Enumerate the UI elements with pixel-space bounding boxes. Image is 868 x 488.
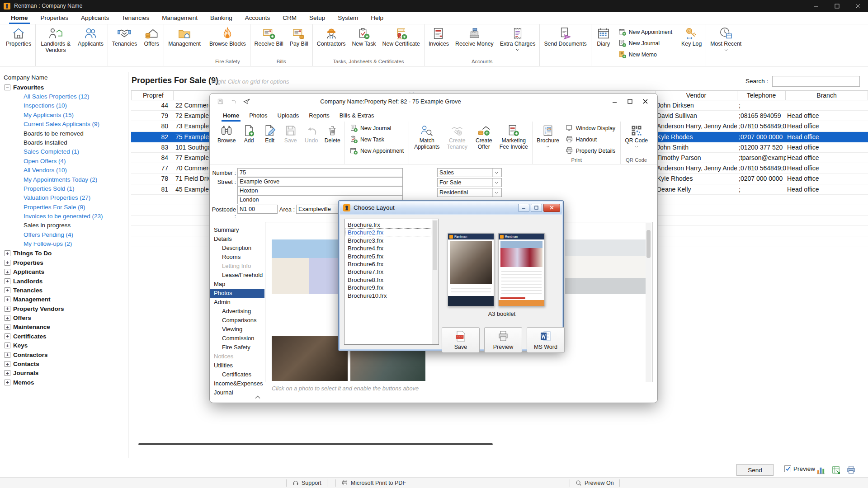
pd-nav-item[interactable]: Summary	[210, 225, 264, 235]
pd-tab-photos[interactable]: Photos	[244, 109, 272, 122]
diary-button[interactable]: Diary	[592, 24, 615, 60]
pd-new-journal-button[interactable]: New Journal	[346, 122, 407, 134]
scrollbar-thumb[interactable]	[646, 230, 651, 258]
number-field[interactable]: 75	[237, 168, 403, 177]
tab-crm[interactable]: CRM	[276, 12, 303, 24]
postcode-field[interactable]: N1 00	[237, 205, 278, 214]
handout-button[interactable]: Handout	[562, 134, 619, 145]
sidebar-node[interactable]: Certificates	[0, 332, 128, 341]
layout-file-item[interactable]: Brochure7.frx	[345, 267, 431, 275]
pd-new-task-button[interactable]: New Task	[346, 134, 407, 145]
minimize-icon[interactable]	[806, 0, 826, 12]
pd-nav-item[interactable]: Photos	[210, 289, 264, 298]
expand-icon[interactable]	[5, 380, 10, 385]
photo-kitchen[interactable]	[565, 239, 646, 294]
sidebar-item[interactable]: Offers Pending (4)	[0, 230, 128, 239]
residential-dropdown[interactable]: Residential	[437, 188, 502, 197]
expand-icon[interactable]	[5, 352, 10, 358]
create-tenancy-button[interactable]: Create Tenancy	[443, 122, 471, 157]
sidebar-node[interactable]: Journals	[0, 369, 128, 378]
layout-file-item[interactable]: Brochure4.frx	[345, 244, 431, 252]
pd-nav-item[interactable]: Notices	[210, 352, 264, 361]
dialog-maximize-icon[interactable]	[622, 94, 637, 109]
sidebar-node[interactable]: Contacts	[0, 359, 128, 368]
layout-file-item[interactable]: Brochure3.frx	[345, 236, 431, 244]
cd-minimize-icon[interactable]	[518, 204, 529, 212]
pay-bill-button[interactable]: Pay Bill	[287, 24, 311, 58]
expand-icon[interactable]	[5, 343, 10, 348]
tab-accounts[interactable]: Accounts	[239, 12, 277, 24]
undo-button[interactable]: Undo	[301, 122, 322, 157]
sidebar-item[interactable]: Open Offers (4)	[0, 157, 128, 166]
layout-file-item[interactable]: Brochure5.frx	[345, 252, 431, 260]
receive-money-button[interactable]: Receive Money	[452, 24, 497, 58]
cd-preview-button[interactable]: Preview	[484, 327, 522, 353]
sidebar-item[interactable]: Valuation Properties (27)	[0, 193, 128, 202]
expand-icon[interactable]	[5, 250, 10, 256]
cd-close-icon[interactable]	[543, 204, 560, 212]
receive-bill-button[interactable]: Receive Bill	[251, 24, 287, 58]
dialog-close-icon[interactable]	[637, 94, 653, 109]
horizontal-scrollbar[interactable]	[138, 443, 493, 445]
expand-icon[interactable]	[5, 260, 10, 266]
pd-nav-item[interactable]: Map	[210, 280, 264, 289]
layout-file-item[interactable]: Brochure8.frx	[345, 276, 431, 283]
pd-nav-item[interactable]: Utilities	[210, 361, 264, 370]
new-task-button[interactable]: New Task	[349, 24, 379, 58]
expand-icon[interactable]	[5, 315, 10, 321]
pd-tab-bills-extras[interactable]: Bills & Extras	[335, 109, 379, 122]
add-button[interactable]: Add	[239, 122, 259, 157]
tree-root-company[interactable]: Company Name	[0, 72, 128, 83]
pd-nav-item[interactable]: Viewing	[210, 325, 264, 334]
sidebar-node[interactable]: Tenancies	[0, 286, 128, 295]
window-display-button[interactable]: Window Display	[562, 122, 619, 134]
sidebar-node[interactable]: Things To Do	[0, 249, 128, 258]
expand-icon[interactable]	[5, 361, 10, 367]
create-offer-button[interactable]: Create Offer	[471, 122, 496, 157]
expand-icon[interactable]	[5, 324, 10, 330]
pd-new-appointment-button[interactable]: New Appointment	[346, 145, 407, 156]
key-log-button[interactable]: Key Log	[678, 24, 705, 58]
pd-tab-home[interactable]: Home	[218, 109, 244, 122]
tab-management[interactable]: Management	[156, 12, 204, 24]
sales-dropdown[interactable]: Sales	[437, 168, 502, 177]
checkbox-icon[interactable]	[784, 465, 791, 472]
tab-help[interactable]: Help	[364, 12, 390, 24]
sidebar-node[interactable]: Contractors	[0, 350, 128, 359]
pd-nav-item[interactable]: Admin	[210, 298, 264, 307]
column-propref[interactable]: Propref	[131, 91, 174, 101]
qr-code-button[interactable]: QR Code	[622, 122, 651, 157]
new-journal-button[interactable]: New Journal	[615, 38, 676, 49]
pd-nav-item[interactable]: Comparisons	[210, 316, 264, 325]
send-button[interactable]: Send	[736, 464, 774, 476]
expand-icon[interactable]	[5, 287, 10, 293]
brochure-preview-2[interactable]: Rentman	[498, 233, 545, 306]
collapse-icon[interactable]	[5, 84, 10, 90]
maximize-icon[interactable]	[826, 0, 847, 12]
for-sale-dropdown[interactable]: For Sale	[437, 178, 502, 187]
brochure-button[interactable]: Brochure	[534, 122, 561, 157]
print-icon[interactable]	[845, 464, 857, 476]
expand-icon[interactable]	[5, 333, 10, 339]
pd-nav-item[interactable]: Income&Expenses	[210, 379, 264, 388]
column-branch[interactable]: Branch	[786, 91, 868, 101]
pd-nav-item[interactable]: Lease/Freehold	[210, 271, 264, 280]
layout-file-item[interactable]: Brochure6.frx	[345, 260, 431, 267]
invoices-button[interactable]: Invoices	[425, 24, 452, 58]
send-plane-icon[interactable]	[243, 98, 250, 105]
sidebar-node[interactable]: Properties	[0, 258, 128, 267]
sidebar-item[interactable]: My Appointments Today (2)	[0, 175, 128, 184]
expand-icon[interactable]	[5, 296, 10, 302]
pd-tab-uploads[interactable]: Uploads	[273, 109, 304, 122]
expand-icon[interactable]	[5, 306, 10, 312]
tab-applicants[interactable]: Applicants	[75, 12, 115, 24]
photos-scrollbar[interactable]	[646, 223, 651, 382]
sidebar-item[interactable]: Invoices to be generated (23)	[0, 212, 128, 221]
cd-maximize-icon[interactable]	[531, 204, 542, 212]
column-telephone[interactable]: Telephone	[737, 91, 786, 101]
tab-tenancies[interactable]: Tenancies	[115, 12, 156, 24]
match-applicants-button[interactable]: Match Applicants	[410, 122, 443, 157]
layout-file-item[interactable]: Brochure2.frx	[345, 228, 431, 236]
export-icon[interactable]	[830, 464, 842, 476]
sidebar-node[interactable]: Maintenance	[0, 323, 128, 332]
